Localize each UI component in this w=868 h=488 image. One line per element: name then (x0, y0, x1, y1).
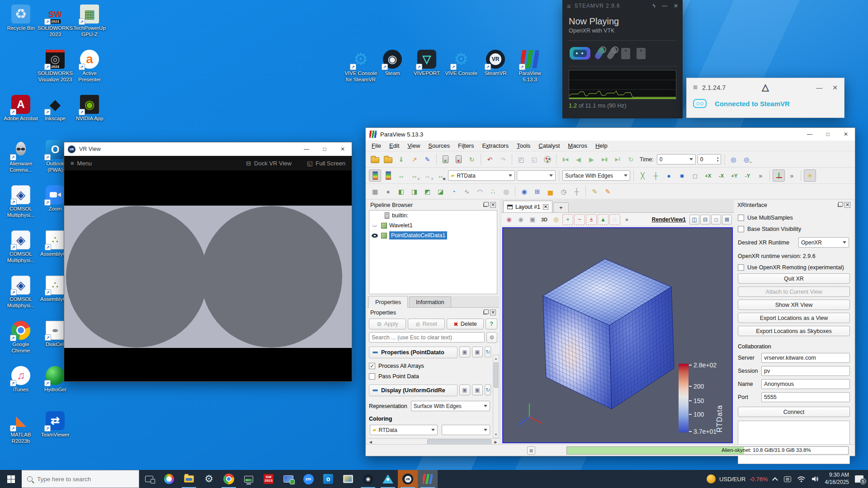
steamvr-minimize-button[interactable]: — (662, 3, 667, 9)
headset-status-icon[interactable] (570, 47, 590, 60)
desktop-icon-solidworks-visualize-2023[interactable]: ◎2023↗SOLIDWORKS Visualize 2023 (38, 50, 72, 83)
abort-progress-button[interactable]: ⊠ (527, 446, 535, 455)
select-points-button[interactable]: ▲ (598, 214, 609, 225)
desktop-icon-matlab-r2023b[interactable]: ◣↗MATLAB R2023b (4, 411, 38, 445)
full-screen-button[interactable]: ◱Full Screen (307, 160, 345, 167)
collaboration-log-box[interactable] (738, 421, 850, 464)
set-view-plus-x-button[interactable]: +X (702, 169, 714, 182)
add-layout-tab[interactable]: + (553, 202, 569, 212)
color-array-combo[interactable]: ▰RTData (370, 425, 438, 435)
menu-tools[interactable]: Tools (513, 142, 534, 149)
zoom-closest-to-data-button[interactable]: ┼ (650, 169, 662, 182)
delete-button[interactable]: ✖Delete (447, 319, 484, 329)
select-add-button[interactable]: + (562, 214, 573, 225)
scrollbar-thumb[interactable] (494, 362, 498, 388)
export-locations-as-skyboxes-button[interactable]: Export Locations as Skyboxes (738, 326, 850, 336)
edit-color-palette-button[interactable]: ✎ (421, 153, 434, 165)
adjust-camera-button[interactable]: ◉ (515, 214, 526, 225)
desktop-icon-steam[interactable]: ◉↗Steam (375, 50, 410, 77)
visibility-off-icon[interactable] (372, 224, 377, 227)
render-view[interactable]: 2.8e+022001501003.7e+01 RTData (502, 227, 733, 443)
reset-camera-closest-button[interactable]: ● (663, 169, 675, 182)
xr-runtime-combo[interactable]: OpenXR (798, 237, 849, 248)
controller-right-status-icon[interactable] (606, 47, 618, 61)
desktop-icon-teamviewer[interactable]: ⇄↗TeamViewer (38, 411, 72, 438)
find-data-button[interactable]: ◉ (518, 185, 530, 197)
reset-camera-button[interactable]: ╳ (637, 169, 649, 182)
vr-view-minimize-button[interactable]: — (297, 142, 316, 156)
slice-button[interactable]: ◨ (408, 185, 420, 197)
menu-help[interactable]: Help (591, 142, 612, 149)
vr-view-menu-button[interactable]: ≡Menu (71, 160, 92, 167)
capture-view-button[interactable]: ▣ (527, 214, 538, 225)
surface-with-edges-combo[interactable]: Surface With Edges (562, 170, 630, 181)
vive-menu-icon[interactable]: ≡ (693, 83, 698, 92)
menu-macros[interactable]: Macros (564, 142, 591, 149)
layout-tab[interactable]: Layout #1 ✕ (503, 201, 552, 212)
0-combo[interactable]: 0 (657, 154, 696, 164)
glyph-filter-button[interactable]: ∴ (487, 185, 499, 197)
color-component-combo[interactable] (442, 425, 490, 435)
open-file-button[interactable] (369, 153, 381, 165)
save-screenshot-button[interactable]: ◎+ (741, 153, 753, 165)
desktop-icon-recycle-bin[interactable]: ♻Recycle Bin (4, 5, 38, 32)
zoom-to-data-time-button[interactable]: ◎ (727, 153, 740, 165)
connect-server-button[interactable] (439, 153, 452, 165)
taskbar-clock[interactable]: 9:30 AM 4/16/2025 (825, 472, 849, 486)
next-frame-button[interactable]: ▶▮ (599, 153, 611, 165)
show-orientation-axes-button[interactable] (773, 169, 785, 182)
show-xr-view-button[interactable]: Show XR View (738, 300, 850, 310)
name-input[interactable] (761, 379, 850, 389)
warp-by-vector-button[interactable]: ◠ (474, 185, 486, 197)
plot-over-time-button[interactable]: ◷ (557, 185, 570, 197)
rescale-to-visible-button[interactable]: ↔◉ (434, 169, 447, 182)
visibility-on-icon[interactable] (372, 234, 378, 238)
server-input[interactable] (761, 353, 850, 363)
dock-vr-view-button[interactable]: ⊟Dock VR View (246, 160, 292, 167)
copy-display-button[interactable]: ▣ (459, 385, 470, 395)
camera-overflow-button[interactable]: » (755, 169, 767, 182)
search-options-gear-icon[interactable]: ⚙ (486, 332, 497, 343)
undock-icon[interactable] (483, 311, 487, 314)
steamvr-close-button[interactable]: ✕ (674, 3, 678, 9)
clip-button[interactable]: ◧ (395, 185, 407, 197)
group-datasets-button[interactable]: ◎ (500, 185, 512, 197)
paraview-maximize-button[interactable]: □ (819, 128, 837, 141)
help-button[interactable]: ? (486, 319, 497, 329)
stock-widget[interactable]: USD/EUR -0.76% (707, 474, 768, 483)
taskbar-icon-media-player[interactable] (338, 470, 358, 488)
close-dock-icon[interactable]: ✕ (844, 202, 850, 208)
desktop-icon-viveport[interactable]: ▽↗VIVEPORT (410, 50, 444, 77)
stream-tracer-button[interactable]: ∿ (461, 185, 473, 197)
desktop-icon-solidworks-2023[interactable]: SW2023↗SOLIDWORKS 2023 (38, 5, 72, 38)
select-subtract-button[interactable]: − (574, 214, 585, 225)
properties-vertical-scrollbar[interactable]: ▲ ▼ (493, 355, 499, 438)
scroll-down-arrow[interactable]: ▼ (493, 431, 499, 437)
connect-button[interactable]: Connect (738, 407, 850, 417)
taskbar-search-input[interactable] (37, 476, 118, 483)
menu-filters[interactable]: Filters (454, 142, 478, 149)
taskbar-icon-solidworks-2023[interactable]: SW2023 (259, 470, 278, 488)
python-trace-button[interactable]: ✎ (589, 185, 601, 197)
steamvr-menu-icon[interactable]: ≡ (567, 2, 571, 10)
spreadsheet-view-button[interactable]: ⊞ (531, 185, 543, 197)
taskbar-icon-file-explorer[interactable] (179, 470, 199, 488)
steamvr-settings-icon[interactable]: ϟ (653, 3, 656, 9)
session-input[interactable] (761, 366, 850, 376)
auto-apply-button[interactable]: ↗ (408, 153, 420, 165)
taskbar-icon-zoom[interactable]: zm (298, 470, 318, 488)
quit-xr-button[interactable]: Quit XR (738, 273, 850, 284)
set-view-minus-x-button[interactable]: -X (715, 169, 727, 182)
taskbar-search[interactable] (22, 470, 139, 488)
undock-icon[interactable] (838, 203, 842, 207)
pipeline-item-pointdatatocelldata1[interactable]: PointDatatoCellData1 (369, 230, 497, 240)
desktop-icon-comsol-multiphysi[interactable]: ◈↗COMSOL Multiphysi... (4, 230, 38, 264)
view-toolbar-overflow[interactable]: » (625, 216, 628, 223)
zoom-to-selection-button[interactable]: ◎ (551, 214, 561, 225)
pipeline-item-wavelet1[interactable]: Wavelet1 (369, 221, 497, 230)
histogram-button[interactable]: ▅ (544, 185, 557, 197)
desktop-icon-alienware-comma[interactable]: ↗Alienware Comma... (4, 140, 38, 174)
open-recent-button[interactable] (382, 153, 394, 165)
taskbar-icon-copilot[interactable] (159, 470, 179, 488)
reset-defaults-button[interactable]: ↻ (485, 347, 491, 357)
